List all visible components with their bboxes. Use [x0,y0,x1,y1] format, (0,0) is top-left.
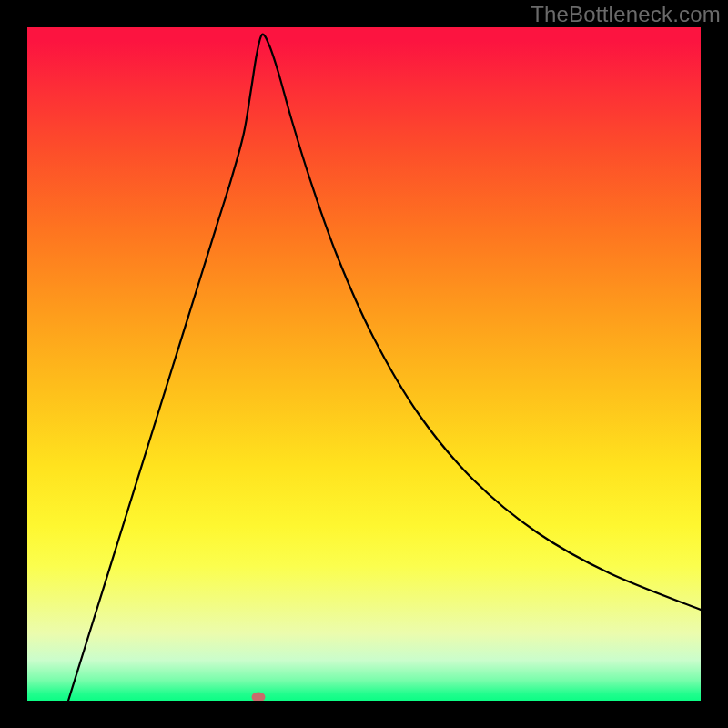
chart-frame: TheBottleneck.com [0,0,728,728]
watermark-label: TheBottleneck.com [531,2,721,27]
minimum-marker [252,693,266,702]
curve-svg [27,27,701,701]
curve-path [68,35,701,701]
plot-area [27,27,701,701]
